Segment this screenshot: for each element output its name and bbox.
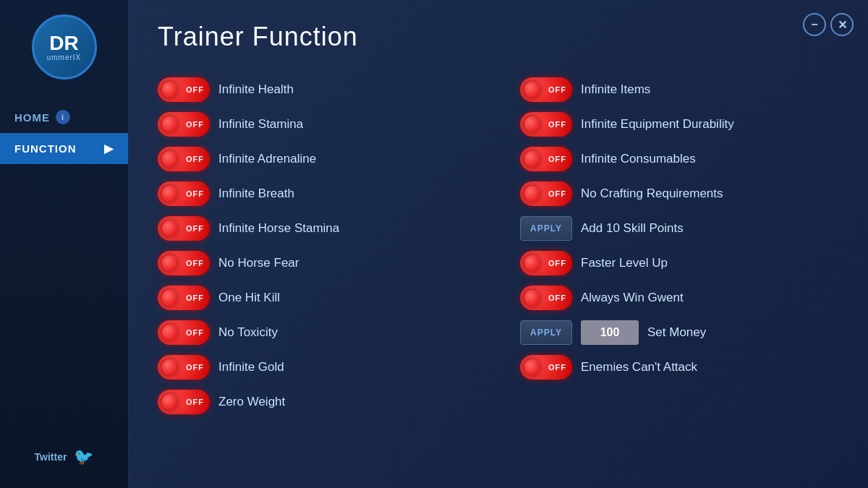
toggle-label-infinite-consumables: OFF <box>548 155 566 163</box>
label-infinite-health: Infinite Health <box>218 82 294 97</box>
row-zero-weight: OFF Zero Weight <box>158 385 477 419</box>
toggle-label-infinite-items: OFF <box>548 85 566 94</box>
toggle-label-infinite-stamina: OFF <box>186 120 204 129</box>
label-infinite-consumables: Infinite Consumables <box>581 152 696 166</box>
toggle-infinite-stamina[interactable]: OFF <box>158 112 210 137</box>
info-icon[interactable]: i <box>56 110 70 124</box>
label-no-horse-fear: No Horse Fear <box>218 256 299 270</box>
apply-skill-points-label: APPLY <box>530 223 562 234</box>
label-no-toxicity: No Toxicity <box>218 325 278 340</box>
toggle-label-no-toxicity: OFF <box>186 328 204 337</box>
row-infinite-stamina: OFF Infinite Stamina <box>158 107 477 142</box>
row-infinite-breath: OFF Infinite Breath <box>158 176 477 211</box>
toggle-no-horse-fear[interactable]: OFF <box>158 251 210 275</box>
twitter-area[interactable]: Twitter 🐦 <box>20 440 109 474</box>
right-column: OFF Infinite Items OFF Infinite Equipmen… <box>520 72 839 419</box>
row-one-hit-kill: OFF One Hit Kill <box>158 281 477 315</box>
toggle-infinite-items[interactable]: OFF <box>520 77 572 102</box>
row-add-skill-points: APPLY Add 10 Skill Points <box>520 211 839 246</box>
row-infinite-health: OFF Infinite Health <box>158 72 477 107</box>
toggle-no-toxicity[interactable]: OFF <box>158 320 210 345</box>
row-no-crafting-requirements: OFF No Crafting Requirements <box>520 176 839 211</box>
toggle-label-infinite-adrenaline: OFF <box>186 155 204 163</box>
toggle-infinite-horse-stamina[interactable]: OFF <box>158 216 210 241</box>
home-label: HOME <box>14 111 50 124</box>
twitter-label: Twitter <box>35 451 67 463</box>
avatar-text-sub: ummerIX <box>47 53 82 61</box>
row-faster-level-up: OFF Faster Level Up <box>520 246 839 281</box>
label-no-crafting-requirements: No Crafting Requirements <box>581 187 723 201</box>
toggle-infinite-consumables[interactable]: OFF <box>520 147 572 171</box>
label-zero-weight: Zero Weight <box>218 395 285 409</box>
row-infinite-adrenaline: OFF Infinite Adrenaline <box>158 142 477 176</box>
row-infinite-equipment-durability: OFF Infinite Equipment Durability <box>520 107 839 142</box>
toggle-label-infinite-gold: OFF <box>186 363 204 372</box>
label-infinite-items: Infinite Items <box>581 82 650 97</box>
functions-grid: OFF Infinite Health OFF Infinite Stamina… <box>158 72 839 419</box>
label-infinite-stamina: Infinite Stamina <box>218 117 303 132</box>
minimize-button[interactable]: − <box>803 13 826 36</box>
toggle-zero-weight[interactable]: OFF <box>158 390 210 414</box>
twitter-icon: 🐦 <box>74 448 93 466</box>
row-enemies-cant-attack: OFF Enemies Can't Attack <box>520 350 839 385</box>
toggle-always-win-gwent[interactable]: OFF <box>520 286 572 310</box>
toggle-label-one-hit-kill: OFF <box>186 294 204 302</box>
label-add-skill-points: Add 10 Skill Points <box>581 221 684 236</box>
window-controls: − ✕ <box>803 13 854 36</box>
row-infinite-items: OFF Infinite Items <box>520 72 839 107</box>
row-infinite-gold: OFF Infinite Gold <box>158 350 477 385</box>
row-infinite-consumables: OFF Infinite Consumables <box>520 142 839 176</box>
label-one-hit-kill: One Hit Kill <box>218 291 280 305</box>
money-input[interactable] <box>581 320 639 345</box>
toggle-label-infinite-health: OFF <box>186 85 204 94</box>
toggle-label-zero-weight: OFF <box>186 398 204 406</box>
close-button[interactable]: ✕ <box>830 13 854 36</box>
label-infinite-breath: Infinite Breath <box>218 187 294 201</box>
sidebar-item-home[interactable]: HOME i <box>0 101 128 133</box>
label-infinite-adrenaline: Infinite Adrenaline <box>218 152 316 166</box>
apply-set-money-label: APPLY <box>530 328 562 338</box>
main-content: − ✕ Trainer Function OFF Infinite Health… <box>129 0 868 488</box>
left-column: OFF Infinite Health OFF Infinite Stamina… <box>158 72 477 419</box>
avatar-text-main: DR <box>49 33 78 53</box>
toggle-label-infinite-equipment-durability: OFF <box>548 120 566 129</box>
toggle-infinite-breath[interactable]: OFF <box>158 181 210 206</box>
apply-set-money-button[interactable]: APPLY <box>520 320 572 345</box>
apply-skill-points-button[interactable]: APPLY <box>520 216 572 241</box>
toggle-label-no-crafting-requirements: OFF <box>548 189 566 198</box>
label-infinite-horse-stamina: Infinite Horse Stamina <box>218 221 339 236</box>
label-enemies-cant-attack: Enemies Can't Attack <box>581 360 697 374</box>
toggle-infinite-adrenaline[interactable]: OFF <box>158 147 210 171</box>
toggle-infinite-health[interactable]: OFF <box>158 77 210 102</box>
sidebar-item-function[interactable]: FUNCTION ▶ <box>0 133 128 164</box>
toggle-infinite-equipment-durability[interactable]: OFF <box>520 112 572 137</box>
toggle-faster-level-up[interactable]: OFF <box>520 251 572 275</box>
label-faster-level-up: Faster Level Up <box>581 256 668 270</box>
toggle-label-infinite-breath: OFF <box>186 189 204 198</box>
toggle-infinite-gold[interactable]: OFF <box>158 355 210 380</box>
label-always-win-gwent: Always Win Gwent <box>581 291 684 305</box>
toggle-label-no-horse-fear: OFF <box>186 259 204 267</box>
toggle-no-crafting-requirements[interactable]: OFF <box>520 181 572 206</box>
toggle-label-enemies-cant-attack: OFF <box>548 363 566 372</box>
sidebar: DR ummerIX HOME i FUNCTION ▶ Twitter 🐦 <box>0 0 129 488</box>
toggle-label-faster-level-up: OFF <box>548 259 566 267</box>
function-label: FUNCTION <box>14 142 77 155</box>
row-set-money: APPLY Set Money <box>520 315 839 350</box>
label-set-money: Set Money <box>647 325 706 340</box>
arrow-right-icon: ▶ <box>104 142 114 155</box>
toggle-label-always-win-gwent: OFF <box>548 294 566 302</box>
page-title: Trainer Function <box>158 22 839 52</box>
toggle-enemies-cant-attack[interactable]: OFF <box>520 355 572 380</box>
toggle-label-infinite-horse-stamina: OFF <box>186 224 204 233</box>
row-always-win-gwent: OFF Always Win Gwent <box>520 281 839 315</box>
row-infinite-horse-stamina: OFF Infinite Horse Stamina <box>158 211 477 246</box>
row-no-horse-fear: OFF No Horse Fear <box>158 246 477 281</box>
label-infinite-gold: Infinite Gold <box>218 360 284 374</box>
app-container: DR ummerIX HOME i FUNCTION ▶ Twitter 🐦 −… <box>0 0 868 488</box>
toggle-one-hit-kill[interactable]: OFF <box>158 286 210 310</box>
row-no-toxicity: OFF No Toxicity <box>158 315 477 350</box>
label-infinite-equipment-durability: Infinite Equipment Durability <box>581 117 734 132</box>
avatar: DR ummerIX <box>32 14 97 80</box>
